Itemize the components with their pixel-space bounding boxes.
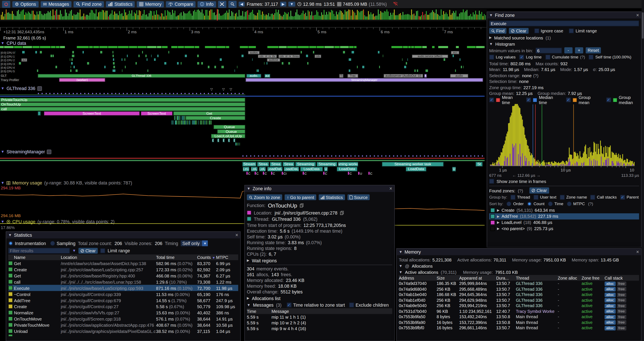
option-sampling[interactable]: Sampling xyxy=(50,241,76,246)
frame-bar[interactable] xyxy=(4,14,5,20)
frame-bar[interactable] xyxy=(168,12,169,20)
frame-bar[interactable] xyxy=(402,12,404,20)
radio[interactable] xyxy=(8,241,13,246)
frame-bar[interactable] xyxy=(251,12,252,20)
message-mark[interactable] xyxy=(348,172,349,175)
frame-bar[interactable] xyxy=(394,10,395,20)
zone[interactable]: call xyxy=(0,107,245,111)
frame-bar[interactable] xyxy=(425,14,426,20)
frame-bar[interactable] xyxy=(280,14,280,20)
frame-bar[interactable] xyxy=(118,15,119,20)
sample-dot[interactable] xyxy=(439,155,440,157)
frame-bar[interactable] xyxy=(334,14,334,20)
frame-bar[interactable] xyxy=(171,15,172,20)
zone-tick[interactable] xyxy=(181,62,181,65)
free-button[interactable]: free xyxy=(617,298,626,303)
sample-dot[interactable] xyxy=(370,155,371,157)
zone[interactable] xyxy=(77,46,88,48)
close-icon[interactable]: × xyxy=(235,233,238,238)
free-button[interactable]: free xyxy=(617,304,626,308)
frame-bar[interactable] xyxy=(75,15,76,20)
zone[interactable] xyxy=(4,46,14,48)
frame-bar[interactable] xyxy=(67,16,68,20)
messages-button[interactable]: ✉Messages xyxy=(40,1,72,7)
sample-dot[interactable] xyxy=(181,93,182,94)
frame-bar[interactable] xyxy=(335,16,336,20)
sample-dot[interactable] xyxy=(158,93,159,94)
zone[interactable] xyxy=(178,46,184,48)
frame-bar[interactable] xyxy=(186,14,186,20)
frame-bar[interactable] xyxy=(189,11,190,20)
sample-dot[interactable] xyxy=(208,93,209,94)
frame-bar[interactable] xyxy=(80,10,80,20)
frame-bar[interactable] xyxy=(468,16,468,20)
found-zone-group[interactable]: ▶AddTree(18,542)227.19 ms xyxy=(489,213,639,219)
alloc-button[interactable]: alloc xyxy=(604,326,616,330)
frame-bar[interactable] xyxy=(88,16,89,20)
frame-bar[interactable] xyxy=(479,11,480,20)
option-exclude-children[interactable]: Exclude children xyxy=(349,302,389,307)
sample-dot[interactable] xyxy=(72,93,74,94)
zone[interactable]: Streaming xyxy=(317,162,337,166)
zone-tick[interactable] xyxy=(179,116,180,120)
find-zone-button[interactable]: Find zone xyxy=(74,1,104,7)
frame-bar[interactable] xyxy=(10,14,10,20)
frame-bar[interactable] xyxy=(114,12,115,20)
matched-locations-label[interactable]: Matched source locations xyxy=(494,35,543,40)
frame-bar[interactable] xyxy=(198,10,199,20)
frame-bar[interactable] xyxy=(184,13,185,20)
zone-tick[interactable] xyxy=(177,116,178,120)
zone-tick[interactable] xyxy=(146,59,148,61)
zone[interactable]: Streaming worker tas xyxy=(338,162,358,166)
frame-bar[interactable] xyxy=(483,16,484,20)
zone-statistics-button[interactable]: Statistics xyxy=(318,194,345,200)
checkbox[interactable] xyxy=(489,98,494,102)
zone[interactable] xyxy=(408,46,411,48)
frame-bar[interactable] xyxy=(450,15,451,20)
frame-bar[interactable] xyxy=(133,16,134,20)
frame-bar[interactable] xyxy=(366,17,366,20)
increment-button[interactable]: + xyxy=(575,47,583,53)
free-button[interactable]: free xyxy=(617,309,626,314)
zone[interactable] xyxy=(205,46,216,48)
frame-bar[interactable] xyxy=(165,10,166,20)
zone-tick[interactable] xyxy=(19,62,21,65)
frame-bar[interactable] xyxy=(302,11,304,20)
frame-bar[interactable] xyxy=(210,10,211,20)
frame-bar[interactable] xyxy=(100,12,102,20)
frame-bar[interactable] xyxy=(392,15,392,20)
frame-bar[interactable] xyxy=(14,16,15,20)
message-mark[interactable] xyxy=(368,172,370,175)
frame-bar[interactable] xyxy=(408,14,408,20)
frame-bar[interactable] xyxy=(197,10,198,20)
frame-bar[interactable] xyxy=(348,10,349,20)
free-button[interactable]: free xyxy=(617,281,626,286)
frame-bar[interactable] xyxy=(223,15,224,20)
zone[interactable] xyxy=(14,46,22,48)
frame-bar[interactable] xyxy=(219,14,220,20)
zone-tick[interactable] xyxy=(242,55,243,57)
frame-bar[interactable] xyxy=(473,12,474,20)
zone[interactable]: LoadDaU xyxy=(284,167,299,171)
frame-bar[interactable] xyxy=(59,15,60,20)
frame-bar[interactable] xyxy=(433,12,434,20)
frame-bar[interactable] xyxy=(437,14,438,20)
frame-bar[interactable] xyxy=(380,11,381,20)
frame-bar[interactable] xyxy=(469,16,470,20)
frame-bar[interactable] xyxy=(414,14,414,20)
sample-dot[interactable] xyxy=(57,93,58,94)
frame-bar[interactable] xyxy=(420,17,421,20)
allocation-row[interactable]: 0x74a9d37040186.35 KB295,999,844ns13:50.… xyxy=(399,281,639,286)
frame-bar[interactable] xyxy=(124,10,125,20)
zone-tick[interactable] xyxy=(180,121,180,125)
message-row[interactable]: 5.59 smip 11 w 1 h 1 (1) xyxy=(247,314,392,320)
frame-bar[interactable] xyxy=(392,13,394,20)
message-mark[interactable] xyxy=(271,172,272,175)
frame-bar[interactable] xyxy=(25,12,26,20)
frame-bar[interactable] xyxy=(112,10,112,20)
frame-bar[interactable] xyxy=(56,10,57,20)
frame-bar[interactable] xyxy=(448,17,449,20)
frame-bar[interactable] xyxy=(36,15,36,20)
frame-bar[interactable] xyxy=(411,10,412,20)
message-mark[interactable] xyxy=(263,172,264,175)
